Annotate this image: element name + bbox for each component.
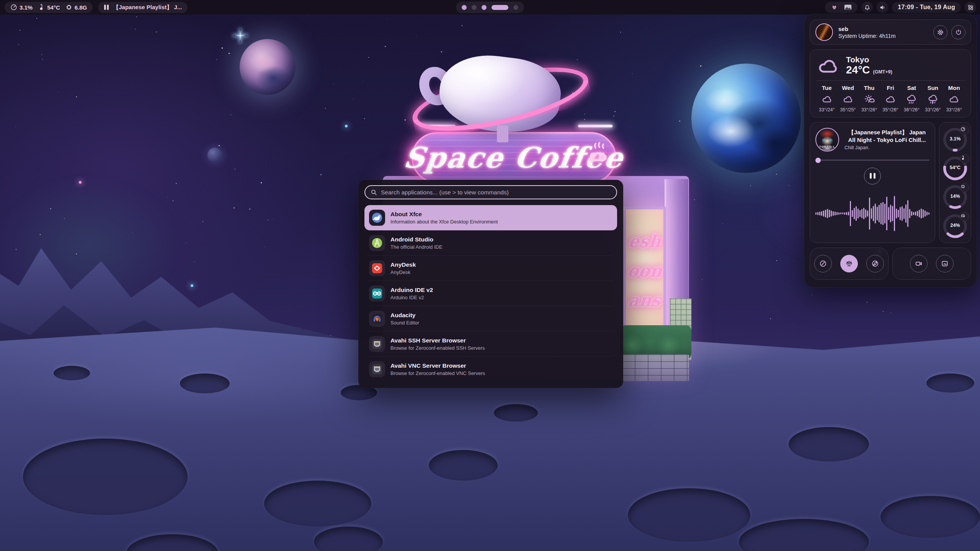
seek-slider[interactable] xyxy=(815,158,929,163)
capture-controls xyxy=(892,248,971,280)
seek-thumb[interactable] xyxy=(815,158,821,163)
app-name: Arduino IDE v2 xyxy=(390,287,433,293)
app-description: Arduino IDE v2 xyxy=(390,295,433,300)
desktop: esh oon ans Space Coffee xyxy=(0,0,980,551)
forecast-temps: 33°/24° xyxy=(816,107,837,112)
android-studio-icon xyxy=(369,235,385,251)
window-neon-text: esh xyxy=(627,231,662,251)
now-playing-pill[interactable]: 【Japanese Playlist】 J... xyxy=(98,2,188,13)
disk-gauge: 24% xyxy=(942,213,968,239)
forecast-day: Mon xyxy=(944,85,965,91)
forecast-temps: 35°/25° xyxy=(837,107,858,112)
bushes xyxy=(620,325,691,359)
memory-gauge: 14% xyxy=(942,184,968,210)
cpu-gauge-label: 3.1% xyxy=(942,136,968,142)
user-card: seb System Uptime: 4h11m xyxy=(810,20,971,45)
screenshot-icon xyxy=(941,260,949,267)
storm-icon xyxy=(922,93,943,106)
notifications-button[interactable] xyxy=(861,2,873,13)
cup-pedestal xyxy=(497,126,508,142)
track-artist: Chill Japan. xyxy=(844,145,929,150)
cloud-icon xyxy=(880,93,901,106)
chip-icon xyxy=(65,4,72,11)
search-box[interactable] xyxy=(364,185,617,199)
app-name: Android Studio xyxy=(390,236,443,243)
now-playing-label: 【Japanese Playlist】 J... xyxy=(113,4,182,11)
power-saver-profile-button[interactable] xyxy=(866,255,884,272)
grid-icon xyxy=(967,4,974,11)
saturn-cup-sculpture xyxy=(417,50,586,138)
app-overview-button[interactable] xyxy=(965,2,976,13)
network-port-icon xyxy=(369,361,385,377)
search-input[interactable] xyxy=(381,189,611,196)
app-row-avahi-vnc[interactable]: Avahi VNC Server Browser Browse for Zero… xyxy=(364,357,617,382)
clock-label: 17:09 - Tue, 19 Aug xyxy=(898,4,955,11)
gear-icon xyxy=(937,29,944,36)
forecast-temps: 33°/26° xyxy=(922,107,943,112)
chip-icon xyxy=(960,183,969,192)
balanced-profile-button[interactable] xyxy=(840,255,858,272)
workspace-dot-2[interactable] xyxy=(472,5,477,10)
memory-gauge-label: 14% xyxy=(942,194,968,199)
app-row-arduino[interactable]: Arduino IDE v2 Arduino IDE v2 xyxy=(364,281,617,306)
forecast-row: Tue Wed Thu Fri Sat Sun Mon 33°/24° 35°/… xyxy=(816,85,965,112)
temperature-stat: 54°C xyxy=(38,4,60,11)
app-row-anydesk[interactable]: AnyDesk AnyDesk xyxy=(364,256,617,281)
cpu-gauge: 3.1% xyxy=(942,126,968,152)
app-row-audacity[interactable]: Audacity Sound Editor xyxy=(364,306,617,331)
app-row-about-xfce[interactable]: About Xfce Information about the Xfce De… xyxy=(364,205,617,230)
album-art-caption: TOKYO L xyxy=(816,145,838,148)
earth-planet xyxy=(691,64,801,173)
cafe-window: esh oon ans xyxy=(623,207,666,335)
play-pause-button[interactable] xyxy=(864,168,881,184)
app-description: Browse for Zeroconf-enabled VNC Servers xyxy=(390,370,485,376)
xfce-mouse-icon xyxy=(369,210,385,226)
power-button[interactable] xyxy=(951,25,965,39)
brick-planter xyxy=(622,354,689,381)
network-port-icon xyxy=(369,336,385,352)
app-description: Sound Editor xyxy=(390,320,419,326)
weather-city: Tokyo xyxy=(846,55,892,64)
sparkle-star xyxy=(234,29,247,42)
purple-planet xyxy=(240,39,296,95)
workspace-dot-3[interactable] xyxy=(482,5,487,10)
app-description: The official Android IDE xyxy=(390,244,443,250)
performance-profile-button[interactable] xyxy=(814,255,832,272)
pause-icon xyxy=(104,4,109,10)
workspace-dot-1[interactable] xyxy=(462,5,467,10)
arduino-infinity-icon xyxy=(369,285,385,302)
thermometer-icon xyxy=(38,4,45,11)
cloud-icon xyxy=(837,93,858,106)
cpu-stat: 3.1% xyxy=(10,4,33,11)
weather-card: Tokyo 24°C (GMT+9) Tue Wed Thu Fri Sat S… xyxy=(810,49,971,117)
forecast-day: Thu xyxy=(859,85,880,91)
screen-record-button[interactable] xyxy=(910,255,928,272)
workspace-dot-5[interactable] xyxy=(513,5,518,10)
system-stats-pill[interactable]: 3.1% 54°C 6.8G xyxy=(5,2,93,13)
video-camera-icon xyxy=(915,260,923,267)
forecast-day: Sat xyxy=(901,85,922,91)
app-description: Information about the Xfce Desktop Envir… xyxy=(390,219,498,225)
app-description: AnyDesk xyxy=(390,269,416,275)
top-panel: 3.1% 54°C 6.8G 【Japanese Playlist】 J... xyxy=(0,0,980,15)
workspace-dot-4[interactable] xyxy=(492,5,508,10)
system-gauges: 3.1% 54°C 14% 24% xyxy=(939,122,971,243)
screenshot-button[interactable] xyxy=(936,255,954,272)
disk-gauge-label: 24% xyxy=(942,223,968,228)
app-row-android-studio[interactable]: Android Studio The official Android IDE xyxy=(364,230,617,256)
forecast-day: Sun xyxy=(922,85,943,91)
disk-icon xyxy=(960,212,969,221)
rain-icon xyxy=(901,93,922,106)
volume-button[interactable] xyxy=(877,2,888,13)
divider xyxy=(816,80,965,81)
settings-button[interactable] xyxy=(933,25,947,39)
audacity-headphones-icon xyxy=(369,311,385,327)
seek-track xyxy=(815,160,929,161)
cat-icon[interactable] xyxy=(831,4,838,11)
image-icon[interactable] xyxy=(844,4,852,10)
forecast-day: Wed xyxy=(837,85,858,91)
app-row-avahi-ssh[interactable]: Avahi SSH Server Browser Browse for Zero… xyxy=(364,331,617,357)
app-name: Avahi SSH Server Browser xyxy=(390,337,485,344)
clock-pill[interactable]: 17:09 - Tue, 19 Aug xyxy=(892,2,961,13)
anydesk-icon xyxy=(369,260,385,276)
